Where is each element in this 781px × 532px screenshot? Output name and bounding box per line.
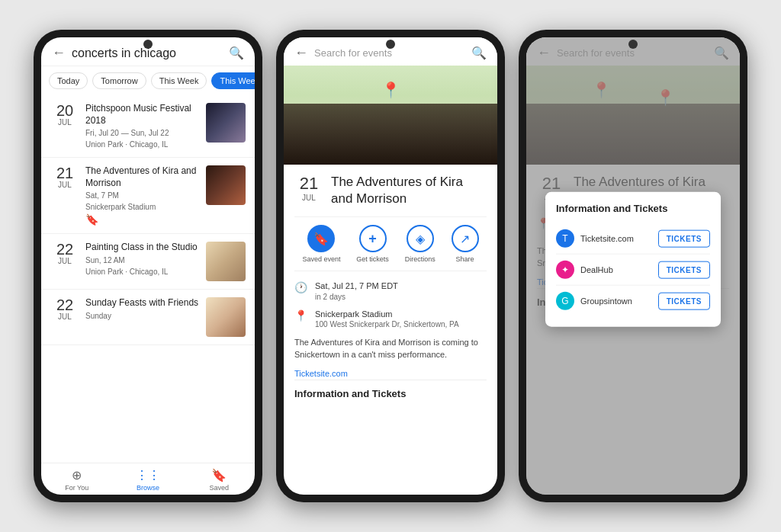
event-item-3[interactable]: 22 JUL Painting Class in the Studio Sun,… [41,234,255,290]
nav-saved[interactable]: 🔖 Saved [184,468,255,492]
dealhub-icon: ✦ [556,261,574,279]
map-area-2: 📍 [284,66,497,165]
event-thumb-3 [206,242,246,281]
filter-this-week[interactable]: This Week [151,72,207,89]
event-date-2: 21 JUL [50,165,79,189]
big-date: 21 JUL [294,174,323,202]
directions-label: Directions [405,255,435,263]
ticketsite-icon: T [556,229,574,248]
phone-1-screen: ← concerts in chicago 🔍 Today Tomorrow T… [41,37,255,495]
bottom-nav: ⊕ For You ⋮⋮ Browse 🔖 Saved [41,463,255,495]
ticketsite-name: Ticketsite.com [580,234,652,243]
for-you-icon: ⊕ [72,468,82,482]
filter-today[interactable]: Today [49,72,88,89]
share-label: Share [456,255,474,263]
phone-notch-2 [386,40,395,49]
detail-datetime: 🕐 Sat, Jul 21, 7 PM EDT in 2 days [294,280,487,300]
browse-icon: ⋮⋮ [136,468,160,482]
search-icon-2[interactable]: 🔍 [471,46,487,60]
phone-notch-3 [628,40,638,49]
info-tickets-section: Information and Tickets [294,380,487,404]
groupsintown-icon: G [556,292,574,310]
phone-2-screen: ← Search for events 🔍 📍 21 JUL The Adven… [284,37,497,495]
groupsintown-name: Groupsintown [580,296,652,306]
action-share[interactable]: ↗ Share [452,225,479,263]
big-event-name: The Adventures of Kira and Morrison [331,174,487,207]
action-saved[interactable]: 🔖 Saved event [302,225,340,263]
event-date-4: 22 JUL [50,297,79,321]
clock-icon: 🕐 [294,281,307,293]
event-item-2[interactable]: 21 JUL The Adventures of Kira and Morris… [41,158,255,234]
ticket-row-1[interactable]: T Ticketsite.com TICKETS [556,223,710,255]
action-row: 🔖 Saved event + Get tickets ◈ Directions… [294,216,487,271]
event-description: The Adventures of Kira and Morrison is c… [294,336,487,361]
event-info-2: The Adventures of Kira and Morrison Sat,… [85,165,200,226]
phone-2: ← Search for events 🔍 📍 21 JUL The Adven… [276,30,505,502]
search-icon[interactable]: 🔍 [229,46,244,60]
event-info-1: Pitchspoon Music Festival 2018 Fri, Jul … [85,103,200,149]
modal-title: Information and Tickets [556,203,710,214]
phone-3-screen: Information and Tickets T Ticketsite.com… [526,37,740,495]
get-tickets-icon: + [359,225,387,252]
back-button-2[interactable]: ← [294,45,308,61]
share-icon: ↗ [452,225,479,252]
phone-3: Information and Tickets T Ticketsite.com… [519,30,747,502]
search-placeholder-2[interactable]: Search for events [314,47,465,59]
event-date-1: 20 JUL [50,103,79,127]
filter-tomorrow[interactable]: Tomorrow [92,72,146,89]
detail-venue: 📍 Snickerpark Stadium 100 West Snickerpa… [294,309,487,328]
event-main-date: 21 JUL The Adventures of Kira and Morris… [294,174,487,207]
groupsintown-btn[interactable]: TICKETS [658,292,710,309]
event-date-3: 22 JUL [50,242,79,265]
ticketsite-btn[interactable]: TICKETS [658,229,710,247]
get-tickets-label: Get tickets [356,255,389,263]
tickets-modal: Information and Tickets T Ticketsite.com… [545,192,721,327]
ticket-row-3[interactable]: G Groupsintown TICKETS [556,286,710,316]
event-info-3: Painting Class in the Studio Sun, 12 AM … [85,242,200,277]
action-directions[interactable]: ◈ Directions [405,225,435,263]
nav-for-you[interactable]: ⊕ For You [41,468,112,492]
filter-row: Today Tomorrow This Week This Weekend [41,66,255,95]
saved-event-icon: 🔖 [307,225,335,252]
phone-notch-1 [143,40,153,49]
location-icon: 📍 [294,309,307,322]
event-item-1[interactable]: 20 JUL Pitchspoon Music Festival 2018 Fr… [41,95,255,158]
dealhub-btn[interactable]: TICKETS [658,261,710,278]
back-button[interactable]: ← [52,45,66,61]
browse-label: Browse [137,484,159,492]
saved-label: Saved [210,484,230,492]
nav-browse[interactable]: ⋮⋮ Browse [112,468,183,492]
for-you-label: For You [65,484,88,492]
event-detail-card: 21 JUL The Adventures of Kira and Morris… [284,165,497,495]
event-info-4: Sunday Feasts with Friends Sunday [85,297,200,321]
event-thumb-2 [206,165,246,205]
action-tickets[interactable]: + Get tickets [356,225,389,263]
saved-event-label: Saved event [302,255,340,263]
crowd-image [284,104,497,165]
event-thumb-4 [206,297,246,337]
ticketsite-link[interactable]: Ticketsite.com [294,369,348,378]
phone-1: ← concerts in chicago 🔍 Today Tomorrow T… [34,30,262,502]
filter-this-weekend[interactable]: This Weekend [211,72,255,89]
event-item-4[interactable]: 22 JUL Sunday Feasts with Friends Sunday [41,290,255,345]
event-thumb-1 [206,103,246,143]
saved-icon: 🔖 [211,468,227,482]
event-list: 20 JUL Pitchspoon Music Festival 2018 Fr… [41,95,255,463]
ticket-row-2[interactable]: ✦ DealHub TICKETS [556,255,710,286]
dealhub-name: DealHub [580,265,652,274]
map-pin: 📍 [381,81,400,99]
directions-icon: ◈ [407,225,434,252]
bookmark-icon-2: 🔖 [85,213,200,226]
